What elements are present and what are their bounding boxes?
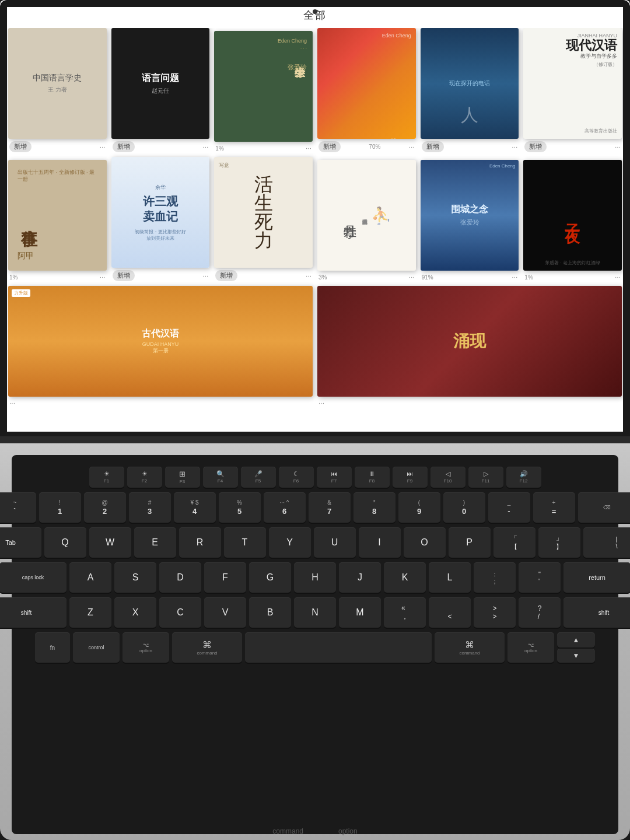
key-question[interactable]: ?/	[519, 597, 561, 628]
key-f6[interactable]: ☾ F6	[279, 467, 314, 488]
key-b[interactable]: B	[249, 597, 291, 628]
key-4[interactable]: ¥ $ 4	[174, 492, 216, 523]
key-l[interactable]: L	[429, 562, 471, 593]
key-f12[interactable]: 🔊 F12	[506, 467, 541, 488]
more-button[interactable]: ···	[306, 272, 312, 280]
key-command-left[interactable]: ⌘ command	[172, 632, 242, 663]
key-capslock[interactable]: caps lock	[0, 562, 66, 593]
key-minus[interactable]: _ -	[488, 492, 530, 523]
key-v[interactable]: V	[204, 597, 246, 628]
key-bracket-l[interactable]: 「【	[494, 527, 536, 558]
key-f9[interactable]: ⏭ F9	[393, 467, 428, 488]
key-f10[interactable]: ◁ F10	[430, 467, 466, 488]
more-button[interactable]: ···	[100, 273, 106, 281]
key-f11[interactable]: ▷ F11	[468, 467, 503, 488]
key-shift-left[interactable]: shift	[0, 597, 66, 628]
key-0[interactable]: ) 0	[443, 492, 485, 523]
list-item[interactable]: 语言问题 赵元任 新增 ···	[111, 28, 210, 155]
key-delete[interactable]: ⌫	[578, 492, 631, 523]
list-item[interactable]: Eden Cheng 围城之念 张爱玲 91% ···	[421, 160, 519, 284]
key-i[interactable]: I	[359, 527, 401, 558]
list-item[interactable]: 子夜 茅盾著 · 老上海的灯红酒绿 1% ···	[523, 160, 622, 284]
key-f7[interactable]: ⏮ F7	[317, 467, 352, 488]
key-e[interactable]: E	[134, 527, 176, 558]
key-9[interactable]: ( 9	[398, 492, 440, 523]
key-f1[interactable]: ☀ F1	[89, 467, 124, 488]
key-backslash[interactable]: |\	[583, 527, 631, 558]
list-item[interactable]: Eden Cheng · · · 半生缘 张爱玲 1% ···	[214, 31, 313, 155]
key-u[interactable]: U	[314, 527, 356, 558]
key-f4[interactable]: 🔍 F4	[203, 467, 238, 488]
more-button[interactable]: ···	[409, 273, 415, 281]
key-o[interactable]: O	[404, 527, 446, 558]
key-f[interactable]: F	[204, 562, 246, 593]
key-2[interactable]: @ 2	[84, 492, 126, 523]
list-item[interactable]: 写意 活生死力 新增 ···	[214, 157, 313, 284]
key-quote[interactable]: "'	[519, 562, 561, 593]
key-fn[interactable]: fn	[35, 632, 70, 663]
more-button[interactable]: ···	[615, 143, 621, 151]
list-item[interactable]: 牡丹亭 中国古典戏曲精选 ⛹ 3% ···	[317, 160, 416, 284]
list-item[interactable]: Eden Cheng 红玫瑰与白玫瑰 张爱玲 新增 70% ···	[317, 28, 416, 155]
key-3[interactable]: # 3	[129, 492, 171, 523]
more-button[interactable]: ···	[512, 143, 517, 151]
key-command-right[interactable]: ⌘ command	[435, 632, 505, 663]
key-f5[interactable]: 🎤 F5	[241, 467, 276, 488]
key-comma[interactable]: «，	[384, 597, 426, 628]
key-shift-right[interactable]: shift	[564, 597, 630, 628]
add-book-button[interactable]: 新增	[113, 270, 135, 281]
more-button[interactable]: ···	[202, 272, 208, 280]
key-6[interactable]: ··· ^ 6	[264, 492, 306, 523]
key-r[interactable]: R	[179, 527, 221, 558]
list-item[interactable]: 余华 许三观卖血记 初级简报・更比那些好好 放到美好未来 新增 ···	[111, 157, 210, 284]
key-d[interactable]: D	[159, 562, 201, 593]
more-button[interactable]: ···	[9, 399, 15, 407]
key-return[interactable]: return	[564, 562, 630, 593]
list-item[interactable]: 涌现 ···	[317, 286, 622, 410]
key-arrow-up[interactable]: ▲	[557, 632, 595, 648]
key-7[interactable]: & 7	[309, 492, 351, 523]
key-k[interactable]: K	[384, 562, 426, 593]
key-equals[interactable]: + =	[533, 492, 575, 523]
key-bracket-r[interactable]: 」】	[538, 527, 580, 558]
key-option-right[interactable]: ⌥ option	[508, 632, 554, 663]
key-period[interactable]: <	[429, 597, 471, 628]
key-tilde[interactable]: ~ `	[0, 492, 36, 523]
add-book-button[interactable]: 新增	[422, 141, 444, 152]
key-z[interactable]: Z	[69, 597, 111, 628]
key-tab[interactable]: Tab	[0, 527, 41, 558]
key-8[interactable]: * 8	[354, 492, 396, 523]
key-n[interactable]: N	[294, 597, 336, 628]
key-slash[interactable]: >>	[474, 597, 516, 628]
add-book-button[interactable]: 新增	[524, 141, 547, 152]
list-item[interactable]: 出版七十五周年 · 全新修订版 · 最一册 往事 阿甲 1% ···	[8, 160, 107, 284]
key-f8[interactable]: ⏸ F8	[355, 467, 390, 488]
more-button[interactable]: ···	[409, 143, 415, 151]
list-item[interactable]: 力升版 古代汉语 GUDAI HANYU 第一册 ···	[8, 286, 313, 410]
key-h[interactable]: H	[294, 562, 336, 593]
key-x[interactable]: X	[114, 597, 156, 628]
key-option-left[interactable]: ⌥ option	[123, 632, 169, 663]
add-book-button[interactable]: 新增	[9, 141, 32, 152]
more-button[interactable]: ···	[512, 273, 517, 281]
key-g[interactable]: G	[249, 562, 291, 593]
key-space[interactable]	[245, 632, 432, 663]
key-control[interactable]: control	[73, 632, 120, 663]
key-c[interactable]: C	[159, 597, 201, 628]
more-button[interactable]: ···	[202, 143, 208, 151]
key-f3[interactable]: ⊞ F3	[165, 467, 200, 488]
list-item[interactable]: 现在探开的电话 人 新增 ···	[421, 28, 519, 155]
key-semicolon[interactable]: :;	[474, 562, 516, 593]
key-t[interactable]: T	[224, 527, 266, 558]
key-5[interactable]: % 5	[219, 492, 261, 523]
more-button[interactable]: ···	[100, 143, 106, 151]
list-item[interactable]: 中国语言学史 王 力著 新增 ···	[8, 28, 107, 155]
add-book-button[interactable]: 新增	[113, 141, 135, 152]
add-book-button[interactable]: 新增	[318, 141, 341, 152]
key-m[interactable]: M	[339, 597, 381, 628]
key-p[interactable]: P	[449, 527, 491, 558]
key-arrow-down[interactable]: ▼	[557, 649, 595, 663]
more-button[interactable]: ···	[318, 399, 324, 407]
more-button[interactable]: ···	[615, 273, 621, 281]
key-1[interactable]: ! 1	[39, 492, 81, 523]
